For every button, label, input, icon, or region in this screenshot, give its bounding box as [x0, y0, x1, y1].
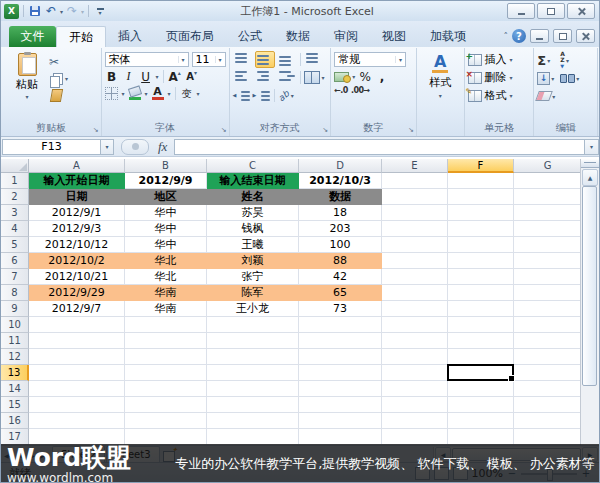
scroll-up-button[interactable]: ▲: [582, 169, 598, 186]
file-tab[interactable]: 文件: [9, 26, 56, 47]
row-header-3[interactable]: 3: [1, 205, 29, 221]
cell-F1[interactable]: [448, 173, 514, 189]
column-header-B[interactable]: B: [125, 159, 207, 173]
clear-button[interactable]: ▾: [537, 89, 555, 103]
cell-E6[interactable]: [382, 253, 448, 269]
vertical-scrollbar[interactable]: ▲: [580, 159, 599, 445]
accounting-format-icon[interactable]: [334, 72, 349, 82]
cell-G7[interactable]: [514, 269, 582, 285]
cell-G15[interactable]: [514, 397, 582, 413]
cell-B3[interactable]: 华中: [125, 205, 207, 221]
undo-button[interactable]: ↶: [44, 4, 58, 18]
fill-handle[interactable]: [508, 375, 515, 382]
cell-C3[interactable]: 苏昊: [207, 205, 299, 221]
insert-cells-button[interactable]: 插入▾: [468, 51, 531, 68]
cell-A14[interactable]: [29, 381, 125, 397]
cell-B7[interactable]: 华北: [125, 269, 207, 285]
borders-dropdown[interactable]: ▾: [122, 90, 125, 97]
row-header-15[interactable]: 15: [1, 397, 29, 413]
cell-D3[interactable]: 18: [299, 205, 382, 221]
paste-button[interactable]: 粘贴 ▾: [5, 50, 49, 122]
align-right-button[interactable]: [277, 69, 297, 86]
number-format-combo[interactable]: 常规: [334, 52, 406, 67]
formula-input[interactable]: [174, 139, 584, 155]
cell-E2[interactable]: [382, 189, 448, 205]
column-header-G[interactable]: G: [514, 159, 582, 173]
row-header-14[interactable]: 14: [1, 381, 29, 397]
cell-D16[interactable]: [299, 413, 382, 429]
cell-D10[interactable]: [299, 317, 382, 333]
cell-C16[interactable]: [207, 413, 299, 429]
cell-G12[interactable]: [514, 349, 582, 365]
cell-F3[interactable]: [448, 205, 514, 221]
cell-D12[interactable]: [299, 349, 382, 365]
row-header-6[interactable]: 6: [1, 253, 29, 269]
cell-A10[interactable]: [29, 317, 125, 333]
formula-bar-expand[interactable]: [584, 139, 599, 155]
cut-button[interactable]: ✂: [49, 54, 68, 69]
cell-D9[interactable]: 73: [299, 301, 382, 317]
cell-C6[interactable]: 刘颖: [207, 253, 299, 269]
clipboard-dialog-launcher[interactable]: [93, 127, 99, 134]
cell-G17[interactable]: [514, 429, 582, 445]
cell-C14[interactable]: [207, 381, 299, 397]
cell-A1[interactable]: 输入开始日期: [29, 173, 125, 189]
autosum-button[interactable]: Σ▾: [537, 53, 555, 67]
cell-B2[interactable]: 地区: [125, 189, 207, 205]
cell-B12[interactable]: [125, 349, 207, 365]
undo-dropdown[interactable]: ▾: [60, 8, 63, 15]
row-header-13[interactable]: 13: [1, 365, 29, 381]
cell-F11[interactable]: [448, 333, 514, 349]
format-painter-button[interactable]: [49, 88, 68, 103]
qat-customize-button[interactable]: [93, 4, 107, 18]
increase-indent-button[interactable]: [253, 88, 271, 103]
format-cells-button[interactable]: 格式▾: [468, 87, 531, 104]
cell-C2[interactable]: 姓名: [207, 189, 299, 205]
cell-G8[interactable]: [514, 285, 582, 301]
row-header-11[interactable]: 11: [1, 333, 29, 349]
decrease-indent-button[interactable]: [233, 88, 251, 103]
column-header-E[interactable]: E: [382, 159, 448, 173]
cell-D14[interactable]: [299, 381, 382, 397]
column-header-F[interactable]: F: [448, 159, 514, 173]
align-middle-button[interactable]: [255, 51, 275, 68]
tab-视图[interactable]: 视图: [370, 26, 418, 47]
cell-A13[interactable]: [29, 365, 125, 381]
wrap-text-button[interactable]: [304, 51, 324, 68]
cell-G3[interactable]: [514, 205, 582, 221]
paste-dropdown[interactable]: ▾: [25, 93, 28, 100]
cell-E9[interactable]: [382, 301, 448, 317]
restore-button[interactable]: [537, 3, 565, 19]
redo-button[interactable]: ↷: [65, 4, 79, 18]
cell-G13[interactable]: [514, 365, 582, 381]
tab-加载项[interactable]: 加载项: [418, 26, 478, 47]
workbook-restore-button[interactable]: [553, 29, 572, 43]
find-select-button[interactable]: ▾: [560, 71, 579, 85]
tab-公式[interactable]: 公式: [226, 26, 274, 47]
cell-C1[interactable]: 输入结束日期: [207, 173, 299, 189]
cell-G14[interactable]: [514, 381, 582, 397]
cell-F7[interactable]: [448, 269, 514, 285]
orientation-button[interactable]: ab: [276, 88, 291, 103]
cell-G2[interactable]: [514, 189, 582, 205]
cell-C15[interactable]: [207, 397, 299, 413]
cell-C7[interactable]: 张宁: [207, 269, 299, 285]
increase-font-button[interactable]: A: [168, 69, 182, 84]
underline-dropdown[interactable]: ▾: [156, 73, 159, 80]
cell-B15[interactable]: [125, 397, 207, 413]
cell-A16[interactable]: [29, 413, 125, 429]
align-bottom-button[interactable]: [277, 51, 297, 68]
minimize-button[interactable]: [507, 3, 535, 19]
name-box-dropdown[interactable]: [101, 139, 114, 155]
cell-C8[interactable]: 陈军: [207, 285, 299, 301]
phonetic-button[interactable]: 变: [180, 86, 194, 101]
workbook-minimize-button[interactable]: [530, 29, 549, 43]
font-size-combo[interactable]: 11: [192, 52, 226, 67]
cell-C17[interactable]: [207, 429, 299, 445]
cell-F10[interactable]: [448, 317, 514, 333]
cell-E8[interactable]: [382, 285, 448, 301]
cell-F2[interactable]: [448, 189, 514, 205]
font-color-button[interactable]: A: [151, 86, 165, 101]
row-header-4[interactable]: 4: [1, 221, 29, 237]
column-header-C[interactable]: C: [207, 159, 299, 173]
